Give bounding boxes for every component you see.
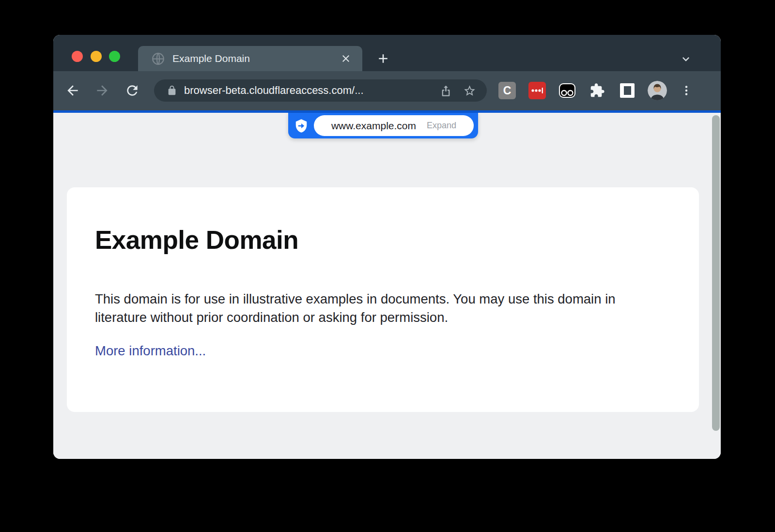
close-tab-icon[interactable] bbox=[340, 53, 352, 64]
isolation-badge[interactable]: www.example.com Expand bbox=[288, 113, 478, 138]
bookmark-star-icon[interactable] bbox=[463, 84, 476, 97]
extensions-puzzle-icon[interactable] bbox=[589, 82, 606, 99]
more-information-link[interactable]: More information... bbox=[95, 343, 206, 359]
page-paragraph: This domain is for use in illustrative e… bbox=[95, 290, 657, 327]
expand-button[interactable]: Expand bbox=[427, 121, 456, 131]
browser-window: Example Domain browser-beta.cloudflareac bbox=[53, 35, 721, 459]
lastpass-extension-icon[interactable] bbox=[528, 82, 546, 99]
reload-button[interactable] bbox=[124, 83, 140, 98]
tab-example-domain[interactable]: Example Domain bbox=[138, 46, 362, 71]
profile-avatar[interactable] bbox=[648, 81, 667, 100]
isolated-domain-pill[interactable]: www.example.com Expand bbox=[314, 115, 474, 136]
goggles-extension-icon[interactable] bbox=[558, 82, 576, 99]
browser-menu-icon[interactable] bbox=[680, 83, 693, 98]
url-bar[interactable]: browser-beta.cloudflareaccess.com/... bbox=[154, 79, 487, 102]
url-text: browser-beta.cloudflareaccess.com/... bbox=[184, 84, 439, 97]
globe-icon bbox=[152, 52, 165, 65]
isolated-domain-text: www.example.com bbox=[331, 120, 416, 132]
extension-c-icon[interactable]: C bbox=[498, 82, 516, 99]
page-scrollbar[interactable] bbox=[712, 115, 720, 431]
page-heading: Example Domain bbox=[95, 225, 298, 255]
toolbar: browser-beta.cloudflareaccess.com/... C bbox=[53, 71, 721, 110]
tab-title: Example Domain bbox=[172, 53, 340, 64]
share-icon[interactable] bbox=[439, 84, 452, 97]
frame-glyph bbox=[620, 83, 635, 98]
maximize-window-button[interactable] bbox=[109, 51, 120, 62]
example-domain-card: Example Domain This domain is for use in… bbox=[67, 187, 699, 412]
side-panel-icon[interactable] bbox=[619, 82, 636, 99]
minimize-window-button[interactable] bbox=[91, 51, 102, 62]
new-tab-button[interactable] bbox=[376, 51, 390, 66]
back-button[interactable] bbox=[65, 83, 80, 98]
close-window-button[interactable] bbox=[72, 51, 83, 62]
lock-icon bbox=[167, 85, 177, 96]
chevron-down-icon[interactable] bbox=[679, 52, 693, 66]
tab-strip: Example Domain bbox=[53, 35, 721, 71]
page-content: www.example.com Expand Example Domain Th… bbox=[53, 113, 721, 459]
forward-button[interactable] bbox=[94, 83, 110, 98]
lastpass-dots-icon bbox=[530, 83, 544, 98]
shield-arrow-icon bbox=[294, 119, 309, 133]
